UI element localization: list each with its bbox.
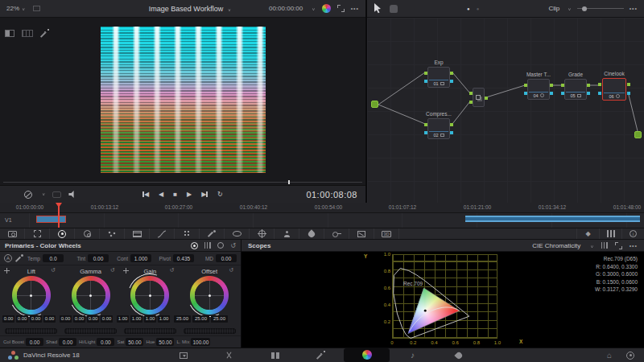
key-output[interactable] [627,92,630,95]
shadows-value[interactable]: 0.00 [59,338,76,346]
enhance-wand-icon[interactable] [40,29,49,38]
log-mode-icon[interactable] [217,242,224,249]
select-tool-icon[interactable] [374,3,382,14]
slider-handle[interactable] [582,6,587,11]
timeline-ruler[interactable]: 01:00:00:00 01:00:13:12 01:00:27:00 01:0… [0,203,644,213]
rgb-input[interactable] [524,84,527,87]
saturation-value[interactable]: 50.00 [126,338,143,346]
crosshair-icon[interactable] [123,268,129,274]
chevron-down-icon[interactable]: ∨ [590,243,593,248]
tracker-icon[interactable] [250,228,275,239]
gamma-r[interactable]: 0.00 [73,315,85,323]
pan-tool-icon[interactable] [390,5,398,13]
viewer-zoom-select[interactable]: 22% [6,5,19,12]
expand-icon[interactable] [337,5,345,12]
expand-icon[interactable] [615,242,622,249]
temp-value[interactable]: 0.0 [43,254,64,262]
clip-thumbnail-icon[interactable] [33,6,40,11]
reset-icon[interactable]: ↺ [169,267,174,274]
rgb-input[interactable] [561,84,564,87]
wheels-mode-icon[interactable] [191,242,198,249]
go-to-end-button[interactable]: ▶ [201,191,208,198]
page-fairlight[interactable]: ♪ [390,348,436,362]
reset-icon[interactable]: ↺ [110,267,115,274]
reset-icon[interactable]: ↺ [51,267,56,274]
lift-master-wheel[interactable] [5,328,57,334]
lift-wheel[interactable] [11,275,52,315]
reset-all-icon[interactable]: ↺ [230,242,236,249]
rgb-output[interactable] [450,72,453,75]
color-warper-icon[interactable] [175,228,200,239]
offset-master-wheel[interactable] [184,328,236,334]
stills-album-icon[interactable] [22,30,33,37]
offset-b[interactable]: 25.00 [211,315,228,323]
scope-settings-icon[interactable] [601,242,608,249]
timeline-clip-selected[interactable] [36,216,66,223]
rgb-output[interactable] [587,84,590,87]
rgb-input[interactable] [424,123,427,126]
motion-effects-icon[interactable] [125,228,150,239]
page-cut[interactable] [206,348,252,362]
node-compres[interactable]: Compres... 02 [427,118,450,139]
rgb-output[interactable] [485,97,488,100]
page-edit[interactable] [252,348,298,362]
gamma-y[interactable]: 0.00 [60,315,72,323]
white-picker-icon[interactable] [15,254,23,262]
rgb-input[interactable] [598,83,601,86]
chevron-down-icon[interactable]: ∨ [22,6,25,11]
page-color-active[interactable] [344,348,390,362]
offset-r[interactable]: 25.00 [174,315,191,323]
scrub-playhead[interactable] [288,180,290,184]
qualifier-icon[interactable] [200,228,225,239]
pivot-value[interactable]: 0.435 [173,254,194,262]
color-wheel-icon[interactable] [322,4,331,13]
chevron-down-icon[interactable]: ∨ [568,6,571,11]
options-menu-icon[interactable]: ••• [630,6,638,11]
output-node[interactable] [634,131,642,138]
chevron-down-icon[interactable]: ∨ [312,6,315,11]
color-wheels-icon-active[interactable] [50,228,75,239]
gain-r[interactable]: 1.00 [130,315,142,323]
node-master-t[interactable]: Master T... 04 [527,79,550,100]
bypass-grades-icon[interactable] [24,191,32,199]
curves-icon[interactable] [150,228,175,239]
key-input[interactable] [424,80,427,83]
midtone-detail-value[interactable]: 0.00 [216,254,237,262]
highlights-value[interactable]: 0.00 [97,338,114,346]
play-reverse-button[interactable]: ◀ [159,191,163,198]
rgb-input[interactable] [469,101,473,104]
power-windows-icon[interactable] [225,228,250,239]
reset-icon[interactable]: ↺ [229,267,233,274]
timeline-clip[interactable] [465,216,640,222]
gain-wheel[interactable] [130,275,170,315]
stereo-3d-icon[interactable]: 3D [374,228,399,239]
gain-g[interactable]: 1.00 [144,315,156,323]
options-menu-icon[interactable]: ••• [630,243,638,249]
source-timecode[interactable]: 00:00:00:00 [269,5,303,12]
playhead-marker[interactable] [56,203,62,208]
scope-mode-select[interactable]: CIE Chromaticity [532,242,580,249]
key-output[interactable] [587,92,590,95]
project-home-icon[interactable]: ⌂ [607,351,612,360]
settings-gear-icon[interactable] [626,352,634,360]
rgb-input[interactable] [469,92,473,95]
lift-y[interactable]: 0.00 [2,315,14,323]
stop-button[interactable]: ■ [173,191,177,198]
loop-button[interactable]: ↻ [217,191,223,198]
layer-mixer-node[interactable] [473,88,485,107]
blur-icon[interactable] [299,228,324,239]
source-node[interactable] [371,101,378,108]
key-input[interactable] [561,92,564,95]
lift-r[interactable]: 0.00 [16,315,28,323]
key-input[interactable] [524,92,527,95]
node-mode-select[interactable]: Clip [548,5,559,12]
page-dot-active[interactable]: ● [467,6,470,11]
sizing-icon[interactable] [349,228,374,239]
info-icon[interactable]: i [621,228,644,239]
hue-value[interactable]: 50.00 [156,338,174,346]
key-output[interactable] [550,92,553,95]
key-icon[interactable] [324,228,349,239]
camera-raw-icon[interactable] [0,228,25,239]
key-output[interactable] [450,80,453,83]
rgb-mixer-icon[interactable] [100,228,125,239]
